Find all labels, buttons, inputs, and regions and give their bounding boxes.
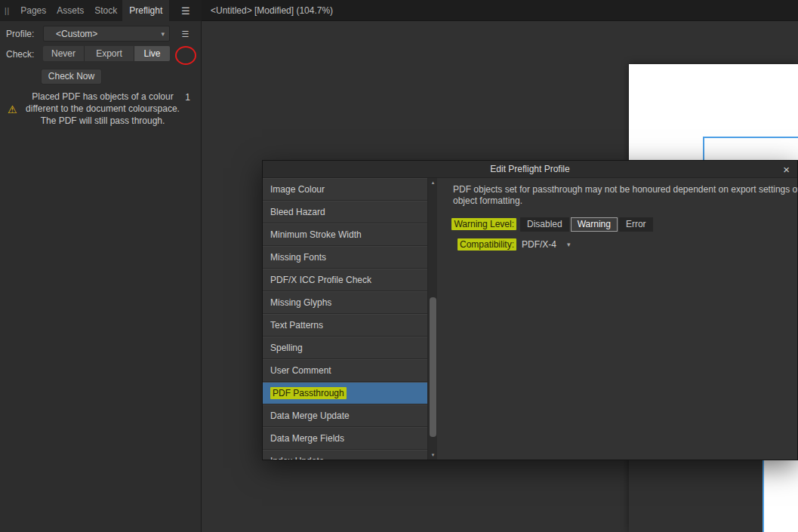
list-item-missing-glyphs[interactable]: Missing Glyphs	[263, 291, 427, 314]
profile-presets-icon: ☰	[182, 29, 189, 39]
warning-triangle-icon: ⚠	[8, 103, 17, 115]
warning-level-label: Warning Level:	[442, 219, 516, 229]
tab-pages[interactable]: Pages	[15, 0, 51, 21]
annotation-highlight: Compatibility:	[458, 238, 516, 251]
chevron-down-icon: ▾	[161, 30, 165, 38]
panel-tab-bar: || Pages Assets Stock Preflight ☰	[0, 0, 202, 21]
profile-dropdown-value: <Custom>	[56, 29, 97, 39]
scroll-down-icon[interactable]: ▾	[428, 451, 438, 460]
preflight-checks-list: Image Colour Bleed Hazard Minimum Stroke…	[263, 178, 427, 460]
tab-assets[interactable]: Assets	[51, 0, 89, 21]
list-item-partial[interactable]: Index Update	[263, 450, 427, 460]
tab-stock[interactable]: Stock	[89, 0, 122, 21]
edit-preflight-profile-dialog: Edit Preflight Profile × Image Colour Bl…	[262, 160, 798, 460]
dialog-title: Edit Preflight Profile	[263, 161, 797, 178]
annotation-highlight: Warning Level:	[451, 218, 516, 230]
warning-count-badge: 1	[185, 92, 190, 103]
compatibility-label: Compatibility:	[442, 239, 516, 250]
check-settings-pane: PDF objects set for passthrough may not …	[442, 178, 794, 460]
close-icon[interactable]: ×	[783, 161, 790, 178]
panel-drag-handle-icon[interactable]: ||	[5, 7, 10, 15]
warning-message: Placed PDF has objects of a colour diffe…	[20, 91, 186, 127]
document-title-bar: <Untitled> [Modified] (104.7%)	[202, 0, 798, 21]
compatibility-dropdown[interactable]: PDF/X-4 ▾	[522, 238, 571, 252]
chevron-down-icon: ▾	[567, 238, 571, 252]
profile-label: Profile:	[6, 29, 34, 39]
list-item-bleed-hazard[interactable]: Bleed Hazard	[263, 201, 427, 223]
frame-edge-left	[703, 137, 704, 160]
annotation-highlight: PDF Passthrough	[270, 387, 347, 399]
list-scrollbar[interactable]: ▴ ▾	[427, 178, 437, 460]
warning-message-line: different to the document colourspace.	[20, 103, 186, 115]
list-item-text-patterns[interactable]: Text Patterns	[263, 314, 427, 337]
document-title: <Untitled> [Modified] (104.7%)	[211, 5, 333, 16]
list-item-pdf-passthrough[interactable]: PDF Passthrough	[263, 382, 427, 404]
app-window: || Pages Assets Stock Preflight ☰ <Untit…	[0, 0, 798, 532]
preflight-panel: Profile: <Custom> ▾ ☰ Check: Never Expor…	[0, 21, 202, 532]
warning-level-error[interactable]: Error	[619, 217, 653, 232]
check-mode-export[interactable]: Export	[85, 46, 134, 61]
preflight-warning-item[interactable]: 1 ⚠ Placed PDF has objects of a colour d…	[3, 91, 198, 133]
check-label: Check:	[6, 49, 34, 60]
tab-preflight[interactable]: Preflight	[122, 0, 169, 21]
scroll-up-icon[interactable]: ▴	[428, 178, 438, 187]
check-mode-live[interactable]: Live	[134, 46, 170, 61]
list-item-pdfx-icc-profile-check[interactable]: PDF/X ICC Profile Check	[263, 269, 427, 291]
placed-pdf-object[interactable]	[629, 460, 763, 532]
warning-message-line: The PDF will still pass through.	[20, 115, 186, 127]
list-item-image-colour[interactable]: Image Colour	[263, 178, 427, 201]
list-item-data-merge-update[interactable]: Data Merge Update	[263, 404, 427, 427]
profile-presets-button[interactable]: ☰	[178, 27, 193, 41]
frame-edge-top	[703, 137, 798, 138]
warning-message-line: Placed PDF has objects of a colour	[20, 91, 186, 103]
list-item-spelling[interactable]: Spelling	[263, 337, 427, 359]
warning-level-disabled[interactable]: Disabled	[520, 217, 569, 232]
warning-level-warning[interactable]: Warning	[571, 217, 618, 232]
panel-menu-icon[interactable]: ☰	[181, 0, 190, 21]
list-item-data-merge-fields[interactable]: Data Merge Fields	[263, 427, 427, 450]
check-mode-never[interactable]: Never	[43, 46, 85, 61]
list-item-missing-fonts[interactable]: Missing Fonts	[263, 246, 427, 269]
check-mode-segmented-control: Never Export Live	[43, 46, 170, 61]
compatibility-value: PDF/X-4	[522, 238, 556, 252]
check-description: PDF objects set for passthrough may not …	[453, 184, 798, 207]
profile-dropdown[interactable]: <Custom> ▾	[43, 26, 170, 42]
check-now-button[interactable]: Check Now	[41, 69, 102, 85]
list-item-minimum-stroke-width[interactable]: Minimum Stroke Width	[263, 223, 427, 246]
annotation-red-ellipse	[175, 46, 196, 65]
list-item-user-comment[interactable]: User Comment	[263, 359, 427, 382]
scrollbar-thumb[interactable]	[430, 297, 436, 437]
warning-level-segmented-control: Disabled Warning Error	[520, 217, 653, 232]
frame-edge-bottom-left	[763, 460, 764, 532]
